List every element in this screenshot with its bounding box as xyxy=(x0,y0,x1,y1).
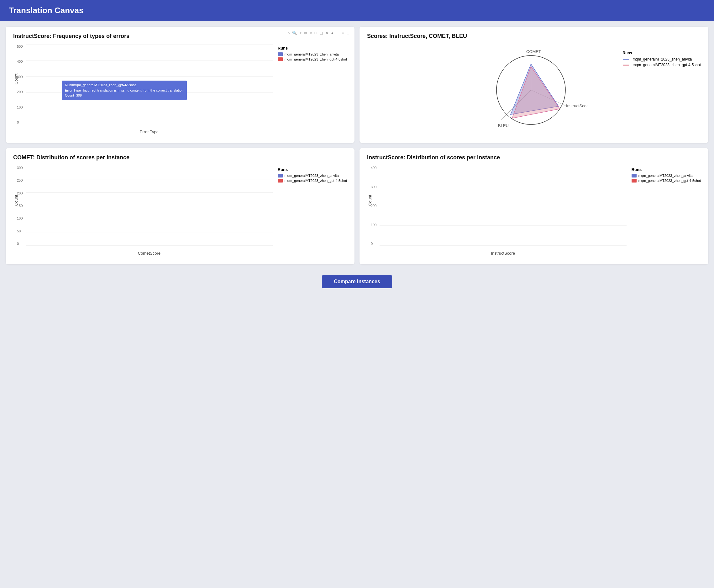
toolbar-home-icon[interactable]: ⌂ xyxy=(287,30,290,36)
y-ticks-br: 0100200300400 xyxy=(371,166,376,246)
legend-tl: Runs mqm_generalMT2023_zhen_anvita mqm_g… xyxy=(278,44,347,61)
chart-toolbar[interactable]: ⌂ 🔍 + ⊕ ○ □ ◫ ✕ ◂ — ≡ ⊟ xyxy=(287,30,350,36)
chart-instruct-freq: ⌂ 🔍 + ⊕ ○ □ ◫ ✕ ◂ — ≡ ⊟ InstructScore: F… xyxy=(6,27,354,143)
toolbar-minus-icon[interactable]: — xyxy=(335,30,340,36)
legend-color-blue-radar xyxy=(623,59,629,60)
legend-color-blue-bl xyxy=(278,174,283,177)
x-label-bl: CometScore xyxy=(26,251,273,256)
toolbar-plus-icon[interactable]: + xyxy=(299,30,302,36)
toolbar-menu-icon[interactable]: ≡ xyxy=(341,30,344,36)
compare-instances-button[interactable]: Compare Instances xyxy=(322,275,392,288)
legend-item-blue-br: mqm_generalMT2023_zhen_anvita xyxy=(632,174,701,177)
legend-label-blue-radar: mqm_generalMT2023_zhen_anvita xyxy=(633,57,692,61)
toolbar-zoom-in-icon[interactable]: 🔍 xyxy=(291,30,298,36)
toolbar-close-icon[interactable]: ✕ xyxy=(325,30,329,36)
app-title: Translation Canvas xyxy=(9,6,705,15)
radar-bleu-label: BLEU xyxy=(498,123,509,128)
legend-item-blue-bl: mqm_generalMT2023_zhen_anvita xyxy=(278,174,347,177)
x-axis-label-tl: Error Type xyxy=(26,129,273,134)
legend-item-blue-tl: mqm_generalMT2023_zhen_anvita xyxy=(278,52,347,56)
toolbar-rect-icon[interactable]: □ xyxy=(314,30,318,36)
legend-title-br: Runs xyxy=(632,167,701,172)
chart-radar: Scores: InstructScore, COMET, BLEU COMET xyxy=(360,27,708,143)
comet-chart-area: Count 050100150200250300 xyxy=(13,166,273,257)
instruct-chart-row: Count 0100200300400 xyxy=(367,166,701,257)
legend-title-radar: Runs xyxy=(623,51,701,55)
radar-container: COMET InstructScore BLEU Runs mqm_genera… xyxy=(367,44,701,135)
legend-label-red-tl: mqm_generalMT2023_zhen_gpt-4-5shot xyxy=(285,57,347,61)
chart-title-comet-dist: COMET: Distribution of scores per instan… xyxy=(13,154,347,161)
legend-br: Runs mqm_generalMT2023_zhen_anvita mqm_g… xyxy=(632,166,701,183)
legend-color-blue-tl xyxy=(278,52,283,56)
legend-label-red-bl: mqm_generalMT2023_zhen_gpt-4-5shot xyxy=(285,179,347,183)
toolbar-circle-icon[interactable]: ○ xyxy=(309,30,312,36)
legend-item-red-br: mqm_generalMT2023_zhen_gpt-4-5shot xyxy=(632,179,701,183)
legend-radar: Runs mqm_generalMT2023_zhen_anvita mqm_g… xyxy=(623,51,701,67)
chart-title-instruct-dist: InstructScore: Distribution of scores pe… xyxy=(367,154,701,161)
radar-comet-label: COMET xyxy=(526,49,541,54)
bars-bl xyxy=(26,166,273,246)
app-header: Translation Canvas xyxy=(0,0,714,21)
y-ticks-tl: 0100200300400500 xyxy=(17,44,23,124)
instruct-chart-area: Count 0100200300400 xyxy=(367,166,627,257)
legend-item-blue-radar: mqm_generalMT2023_zhen_anvita xyxy=(623,57,701,61)
legend-color-red-tl xyxy=(278,57,283,61)
bars-br xyxy=(380,166,627,246)
toolbar-arrow-icon[interactable]: ◂ xyxy=(330,30,333,36)
legend-label-red-radar: mqm_generalMT2023_zhen_gpt-4-5shot xyxy=(633,63,701,67)
legend-label-red-br: mqm_generalMT2023_zhen_gpt-4-5shot xyxy=(639,179,701,183)
legend-title-tl: Runs xyxy=(278,46,347,50)
chart-comet-dist: COMET: Distribution of scores per instan… xyxy=(6,148,354,265)
chart-title-radar: Scores: InstructScore, COMET, BLEU xyxy=(367,33,701,40)
footer-row: Compare Instances xyxy=(0,270,714,296)
y-ticks-bl: 050100150200250300 xyxy=(17,166,23,246)
legend-color-red-br xyxy=(632,179,636,183)
legend-label-blue-br: mqm_generalMT2023_zhen_anvita xyxy=(639,174,693,177)
toolbar-crosshair-icon[interactable]: ⊕ xyxy=(303,30,308,36)
legend-title-bl: Runs xyxy=(278,167,347,172)
comet-chart-row: Count 050100150200250300 xyxy=(13,166,347,257)
radar-svg: COMET InstructScore BLEU xyxy=(481,46,587,134)
legend-item-red-tl: mqm_generalMT2023_zhen_gpt-4-5shot xyxy=(278,57,347,61)
legend-item-red-radar: mqm_generalMT2023_zhen_gpt-4-5shot xyxy=(623,63,701,67)
main-grid: ⌂ 🔍 + ⊕ ○ □ ◫ ✕ ◂ — ≡ ⊟ InstructScore: F… xyxy=(0,21,714,270)
legend-color-red-bl xyxy=(278,179,283,183)
legend-label-blue-bl: mqm_generalMT2023_zhen_anvita xyxy=(285,174,339,177)
legend-bl: Runs mqm_generalMT2023_zhen_anvita mqm_g… xyxy=(278,166,347,183)
radar-instructscore-label: InstructScore xyxy=(566,104,587,108)
toolbar-rect2-icon[interactable]: ◫ xyxy=(319,30,323,36)
legend-item-red-bl: mqm_generalMT2023_zhen_gpt-4-5shot xyxy=(278,179,347,183)
legend-color-red-radar xyxy=(623,65,629,66)
x-label-br: InstructScore xyxy=(380,251,627,256)
chart-instruct-dist: InstructScore: Distribution of scores pe… xyxy=(360,148,708,265)
legend-label-blue-tl: mqm_generalMT2023_zhen_anvita xyxy=(285,52,339,56)
legend-color-blue-br xyxy=(632,174,636,177)
bars-tl xyxy=(26,44,273,124)
toolbar-save-icon[interactable]: ⊟ xyxy=(346,30,350,36)
